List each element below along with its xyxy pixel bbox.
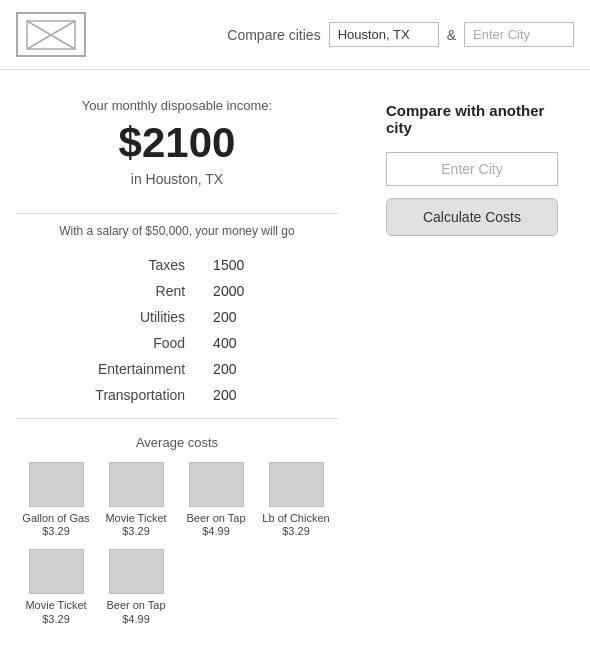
cost-grid: Gallon of Gas $3.29 Movie Ticket $3.29 B… <box>16 462 338 625</box>
cost-item: Gallon of Gas $3.29 <box>20 462 92 537</box>
cost-item: Movie Ticket $3.29 <box>100 462 172 537</box>
cost-item-image <box>109 462 164 507</box>
expense-value: 400 <box>193 330 338 356</box>
table-row: Rent 2000 <box>16 278 338 304</box>
cost-item: Lb of Chicken $3.29 <box>260 462 332 537</box>
expense-value: 200 <box>193 382 338 408</box>
table-row: Entertainment 200 <box>16 356 338 382</box>
salary-note: With a salary of $50,000, your money wil… <box>16 224 338 238</box>
table-row: Food 400 <box>16 330 338 356</box>
table-row: Utilities 200 <box>16 304 338 330</box>
avg-costs-title: Average costs <box>16 435 338 450</box>
left-panel: Your monthly disposable income: $2100 in… <box>16 86 354 625</box>
expense-label: Food <box>16 330 193 356</box>
cost-item-image <box>109 549 164 594</box>
logo <box>16 12 86 57</box>
cost-item-price: $3.29 <box>42 525 70 537</box>
cost-item-label: Movie Ticket <box>105 511 166 525</box>
compare-box: Compare with another city Calculate Cost… <box>370 86 574 252</box>
cost-item: Beer on Tap $4.99 <box>180 462 252 537</box>
disposable-income-amount: $2100 <box>16 119 338 167</box>
cost-item-price: $4.99 <box>122 613 150 625</box>
expense-label: Rent <box>16 278 193 304</box>
compare-cities-area: Compare cities & <box>227 22 574 47</box>
divider-bottom <box>16 418 338 419</box>
cost-item-image <box>269 462 324 507</box>
divider-top <box>16 213 338 214</box>
calculate-costs-button[interactable]: Calculate Costs <box>386 198 558 236</box>
cost-item-price: $4.99 <box>202 525 230 537</box>
city1-input[interactable] <box>329 22 439 47</box>
disposable-income-label: Your monthly disposable income: <box>16 98 338 113</box>
compare-box-title: Compare with another city <box>386 102 558 136</box>
cost-item-label: Lb of Chicken <box>262 511 329 525</box>
cost-item-price: $3.29 <box>122 525 150 537</box>
cost-item-price: $3.29 <box>42 613 70 625</box>
cost-item-label: Beer on Tap <box>106 598 165 612</box>
table-row: Transportation 200 <box>16 382 338 408</box>
expense-label: Entertainment <box>16 356 193 382</box>
cost-item-label: Gallon of Gas <box>22 511 89 525</box>
expense-label: Utilities <box>16 304 193 330</box>
cost-item-image <box>29 549 84 594</box>
header: Compare cities & <box>0 0 590 70</box>
disposable-income-city: in Houston, TX <box>16 171 338 187</box>
expense-value: 1500 <box>193 252 338 278</box>
cost-item-label: Movie Ticket <box>25 598 86 612</box>
cost-item: Beer on Tap $4.99 <box>100 549 172 624</box>
compare-city-input[interactable] <box>386 152 558 186</box>
cost-item-label: Beer on Tap <box>186 511 245 525</box>
expense-label: Transportation <box>16 382 193 408</box>
ampersand-symbol: & <box>447 27 456 43</box>
cost-item: Movie Ticket $3.29 <box>20 549 92 624</box>
expense-value: 200 <box>193 304 338 330</box>
city2-input[interactable] <box>464 22 574 47</box>
disposable-income-section: Your monthly disposable income: $2100 in… <box>16 86 338 203</box>
compare-cities-label: Compare cities <box>227 27 320 43</box>
right-panel: Compare with another city Calculate Cost… <box>354 86 574 625</box>
expense-label: Taxes <box>16 252 193 278</box>
cost-item-price: $3.29 <box>282 525 310 537</box>
cost-item-image <box>29 462 84 507</box>
table-row: Taxes 1500 <box>16 252 338 278</box>
expense-value: 200 <box>193 356 338 382</box>
logo-icon <box>26 20 76 50</box>
expense-value: 2000 <box>193 278 338 304</box>
main-content: Your monthly disposable income: $2100 in… <box>0 70 590 641</box>
expense-table: Taxes 1500 Rent 2000 Utilities 200 Food … <box>16 252 338 408</box>
cost-item-image <box>189 462 244 507</box>
avg-costs-section: Average costs Gallon of Gas $3.29 Movie … <box>16 435 338 625</box>
